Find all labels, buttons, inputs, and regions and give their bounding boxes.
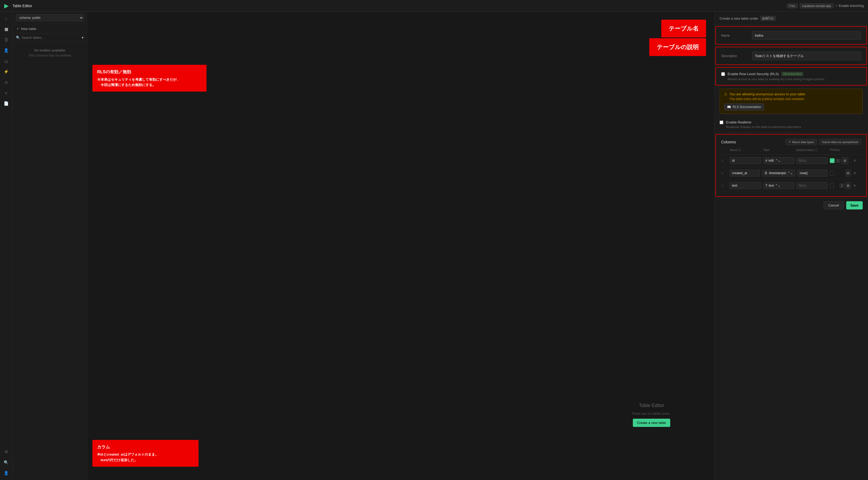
- rls-checkbox[interactable]: [721, 72, 725, 76]
- chevron-icon-3: ⌃⌄: [775, 184, 780, 187]
- create-new-table-button[interactable]: Create a new table: [633, 419, 670, 427]
- left-panel: schema: public ＋ New table 🔍 ▾ No entiti…: [13, 12, 87, 480]
- topbar: ▶ Table Editor Free supabase-sample-app …: [0, 0, 868, 12]
- functions-icon[interactable]: ⚡: [2, 67, 11, 77]
- close-btn-text[interactable]: ✕: [853, 183, 861, 188]
- annotation-table-name: テーブル名: [661, 20, 706, 37]
- realtime-section: Enable Realtime Broadcast changes on thi…: [714, 116, 868, 133]
- import-spreadsheet-button[interactable]: Import data via spreadsheet: [819, 139, 861, 145]
- storage-icon[interactable]: 🗂: [2, 56, 11, 66]
- branch-btn[interactable]: ⑂ Enable branching: [836, 4, 864, 8]
- drag-handle-id[interactable]: ≡: [721, 158, 727, 163]
- search-icon[interactable]: 🔍: [2, 458, 11, 467]
- drag-handle-text[interactable]: ≡: [721, 183, 727, 188]
- primary-area-text: 1 ⚙: [830, 182, 851, 189]
- name-input[interactable]: [752, 31, 861, 40]
- close-btn-id[interactable]: ✕: [853, 158, 861, 163]
- topbar-center: Free supabase-sample-app ⑂ Enable branch…: [787, 3, 864, 8]
- name-section: Name: [715, 26, 867, 44]
- cancel-button[interactable]: Cancel: [824, 201, 843, 209]
- annotation-table-desc: テーブルの説明: [649, 38, 706, 56]
- realtime-checkbox[interactable]: [720, 121, 723, 124]
- warning-title: You are allowing anonymous access to you…: [730, 92, 805, 96]
- primary-check-text[interactable]: [830, 183, 834, 188]
- rls-section: Enable Row Level Security (RLS) Recommen…: [715, 67, 867, 86]
- table-editor-icon[interactable]: ▦: [2, 24, 11, 34]
- realtime-sub: Broadcast changes on this table to autho…: [720, 125, 863, 128]
- plan-badge[interactable]: Free: [787, 3, 798, 8]
- no-tables-label: There are no tables avai...: [631, 412, 672, 416]
- realtime-row: Enable Realtime: [720, 120, 863, 124]
- key-badge-text: 1: [840, 184, 844, 188]
- search-tables-icon: 🔍: [16, 36, 20, 39]
- table-editor-label: Table Editor: [639, 403, 664, 408]
- drag-handle-created-at[interactable]: ≡: [721, 171, 727, 175]
- name-label: Name: [721, 34, 748, 37]
- main-layout: ⌂ ▦ 🗄 👤 🗂 ⚡ ◎ ≡ 📄 ⚙ 🔍 👤 schema: public ＋…: [0, 12, 868, 480]
- col-name-id[interactable]: [730, 157, 761, 164]
- col-default-created-at[interactable]: [797, 170, 828, 177]
- col-header-primary: Primary: [830, 148, 851, 152]
- logo-icon: ▶: [4, 3, 8, 9]
- col-name-text[interactable]: [730, 182, 761, 189]
- gear-btn-text[interactable]: ⚙: [845, 182, 851, 189]
- rls-sub-text: Restrict access to your table by enablin…: [721, 78, 861, 81]
- recommended-badge: Recommended: [781, 72, 803, 76]
- settings-icon[interactable]: ⚙: [2, 447, 11, 457]
- key-badge-id: 1: [836, 159, 840, 163]
- center-area: テーブル名 テーブルの説明 RLSの有効／無効 ※本来はセキュリティを考慮して有…: [87, 12, 714, 480]
- col-name-created-at[interactable]: [730, 170, 760, 177]
- primary-check-created-at[interactable]: [830, 171, 834, 176]
- table-row: ≡ T text ⌃⌄ 1 ⚙ ✕: [721, 179, 861, 192]
- project-badge[interactable]: supabase-sample-app: [800, 3, 834, 8]
- type-icon-id: #: [766, 159, 767, 162]
- close-btn-created-at[interactable]: ✕: [853, 171, 861, 175]
- realtime-label: Enable Realtime: [726, 120, 751, 124]
- col-default-text[interactable]: [796, 182, 828, 189]
- col-type-text[interactable]: T text ⌃⌄: [763, 182, 795, 189]
- type-icon-text: T: [766, 184, 767, 187]
- columns-title: Columns: [721, 140, 736, 144]
- auth-icon[interactable]: 👤: [2, 46, 11, 55]
- rls-ann-body: ※本来はセキュリティを考慮して有効にすべきだが、 今回は簡潔にするため無効にする…: [97, 77, 202, 88]
- save-button[interactable]: Save: [846, 201, 863, 209]
- rls-row: Enable Row Level Security (RLS) Recommen…: [721, 72, 861, 76]
- column-table-header: Name ⓘ Type Default Value ⓘ Primary: [721, 148, 861, 154]
- gear-btn-created-at[interactable]: ⚙: [845, 170, 851, 177]
- realtime-icon[interactable]: ◎: [2, 78, 11, 87]
- rls-doc-button[interactable]: 📖 RLS Documentation: [724, 103, 764, 111]
- gear-btn-id[interactable]: ⚙: [841, 157, 848, 164]
- schema-select[interactable]: schema: public: [16, 14, 84, 21]
- no-entities-title: No entities available: [17, 48, 83, 52]
- col-type-id[interactable]: # int8 ⌃⌄: [763, 157, 795, 164]
- desc-row: Description: [721, 52, 861, 60]
- cols-ann-body: ※idとcreated_atはデフォルトのまま。 textの行だけ追加した。: [97, 452, 194, 463]
- branch-icon: ⑂: [836, 4, 837, 8]
- columns-actions: ↗ About data types Import data via sprea…: [785, 139, 861, 145]
- rls-ann-title: RLSの有効／無効: [97, 68, 202, 76]
- logs-icon[interactable]: ≡: [2, 88, 11, 98]
- table-row: ≡ # int8 ⌃⌄ ✓ 1 ⚙ ✕: [721, 154, 861, 167]
- chevron-icon-2: ⌃⌄: [787, 171, 793, 175]
- col-type-created-at[interactable]: 🗓 timestamptz ⌃⌄: [762, 170, 795, 177]
- annotation-columns: カラム ※idとcreated_atはデフォルトのまま。 textの行だけ追加し…: [92, 440, 198, 467]
- primary-check-id[interactable]: ✓: [830, 158, 835, 163]
- right-panel-header: Create a new table under public: [714, 12, 868, 25]
- new-table-button[interactable]: ＋ New table: [13, 24, 87, 33]
- col-header-name: Name ⓘ: [730, 148, 761, 152]
- icon-sidebar: ⌂ ▦ 🗄 👤 🗂 ⚡ ◎ ≡ 📄 ⚙ 🔍 👤: [0, 12, 13, 480]
- search-chevron-icon: ▾: [82, 36, 84, 39]
- plus-icon: ＋: [16, 26, 20, 31]
- col-default-id[interactable]: [796, 157, 828, 164]
- profile-icon[interactable]: 👤: [2, 468, 11, 478]
- col-header-default: Default Value ⓘ: [796, 148, 828, 152]
- about-data-types-button[interactable]: ↗ About data types: [785, 139, 817, 145]
- desc-input[interactable]: [752, 52, 861, 60]
- reports-icon[interactable]: 📄: [2, 99, 11, 108]
- warning-header: ⚠ You are allowing anonymous access to y…: [724, 92, 858, 96]
- database-icon[interactable]: 🗄: [2, 35, 11, 44]
- search-tables-input[interactable]: [22, 36, 80, 39]
- create-header-label: Create a new table under: [720, 17, 758, 21]
- home-icon[interactable]: ⌂: [2, 14, 11, 23]
- center-table-editor: Table Editor There are no tables avai...…: [631, 403, 672, 427]
